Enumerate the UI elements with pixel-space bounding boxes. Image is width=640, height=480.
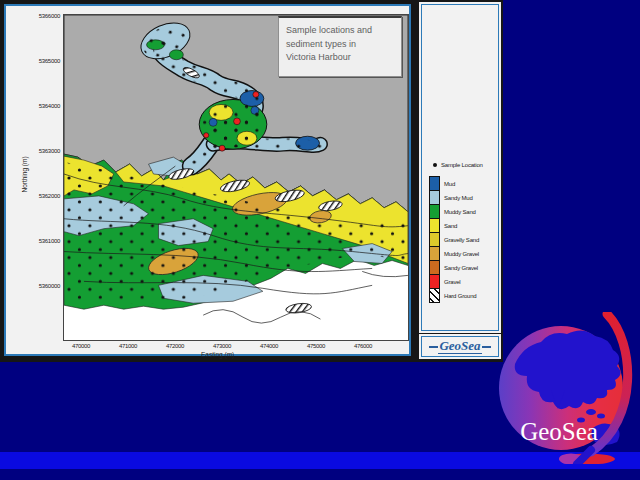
logo-rule-left [429, 346, 438, 348]
legend-label: Sand [444, 223, 457, 229]
legend-label: Gravel [444, 279, 460, 285]
legend-item-mud: Mud [429, 176, 498, 191]
legend-label: Muddy Sand [444, 209, 476, 215]
x-tick: 476000 [340, 343, 386, 349]
y-tick: 5361000 [10, 238, 60, 244]
legend-item-gravelly-sand: Gravelly Sand [429, 232, 498, 247]
y-tick: 5363000 [10, 148, 60, 154]
map-title-line: sediment types in [286, 38, 394, 52]
legend-item-muddy-sand: Muddy Sand [429, 204, 498, 219]
x-tick: 470000 [58, 343, 104, 349]
geosea-wordmark: GeoSea [438, 339, 481, 354]
legend-sample-location: Sample Location [429, 162, 498, 168]
legend-swatch [429, 260, 440, 275]
legend-label: Hard Ground [444, 293, 477, 299]
y-tick: 5366000 [10, 13, 60, 19]
geosea-logo-box: GeoSea [421, 336, 499, 357]
map-title-line: Sample locations and [286, 24, 394, 38]
legend-item-sand: Sand [429, 218, 498, 233]
legend-label: Muddy Gravel [444, 251, 479, 257]
legend-label: Sandy Mud [444, 195, 473, 201]
legend-swatch [429, 232, 440, 247]
y-tick: 5360000 [10, 283, 60, 289]
x-tick: 475000 [293, 343, 339, 349]
legend-swatch [429, 218, 440, 233]
legend-label: Mud [444, 181, 455, 187]
y-tick: 5365000 [10, 58, 60, 64]
legend-item-gravel: Gravel [429, 274, 498, 289]
logo-rule-right [482, 346, 491, 348]
legend-item-sandy-gravel: Sandy Gravel [429, 260, 498, 275]
geosea-globe-logo: GeoSea [495, 312, 637, 464]
legend-swatch [429, 204, 440, 219]
y-tick: 5364000 [10, 103, 60, 109]
globe-wordmark: GeoSea [520, 418, 598, 445]
x-tick: 473000 [199, 343, 245, 349]
x-tick: 472000 [152, 343, 198, 349]
legend-swatch [429, 246, 440, 261]
legend-panel: Sample Location Mud Sandy Mud Muddy Sand… [421, 4, 499, 331]
y-axis-label: Northing (m) [21, 145, 28, 205]
legend-swatch [429, 190, 440, 205]
x-tick: 474000 [246, 343, 292, 349]
legend-item-muddy-gravel: Muddy Gravel [429, 246, 498, 261]
x-axis-label: Easting (m) [201, 351, 234, 358]
map-title-box: Sample locations and sediment types in V… [278, 16, 402, 77]
legend-label: Gravelly Sand [444, 237, 479, 243]
legend-label: Sandy Gravel [444, 265, 478, 271]
legend-swatch [429, 274, 440, 289]
map-panel: 5366000 5365000 5364000 5363000 5362000 … [4, 4, 411, 356]
legend-label: Sample Location [441, 162, 483, 168]
y-tick: 5362000 [10, 193, 60, 199]
legend-item-sandy-mud: Sandy Mud [429, 190, 498, 205]
legend-item-hard-ground: Hard Ground [429, 288, 498, 303]
sample-location-dot-icon [433, 163, 437, 167]
legend-swatch-hatch [429, 288, 440, 303]
x-tick: 471000 [105, 343, 151, 349]
map-title-line: Victoria Harbour [286, 51, 394, 65]
legend-swatch [429, 176, 440, 191]
